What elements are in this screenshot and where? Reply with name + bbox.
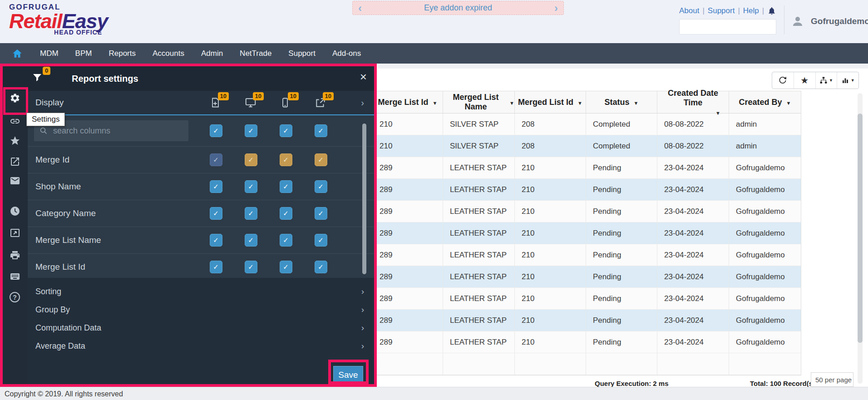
checkbox-shop-name-2[interactable]	[245, 180, 257, 193]
export-view-tab[interactable]	[10, 227, 20, 238]
nav-item-reports[interactable]: Reports	[108, 49, 136, 58]
user-menu[interactable]: Gofrugaldemo	[791, 15, 868, 28]
filter-icon[interactable]	[32, 72, 43, 83]
sort-arrow-icon[interactable]	[433, 98, 438, 107]
help-tab[interactable]	[10, 292, 20, 303]
favorites-tab[interactable]	[10, 135, 20, 146]
display-section-header[interactable]: Display 10 10 10 10	[28, 91, 374, 114]
sort-arrow-icon[interactable]	[634, 98, 639, 107]
panel-scrollbar-thumb[interactable]	[362, 123, 366, 274]
banner-prev-icon[interactable]	[358, 3, 362, 14]
checkbox-category-name-4[interactable]	[315, 207, 327, 220]
checkbox-shop-name-3[interactable]	[280, 180, 292, 193]
table-row[interactable]: 289LEATHER STAP210Pending23-04-2024Gofru…	[373, 310, 801, 331]
column-header-created-date-time[interactable]: Created Date Time	[657, 91, 729, 113]
nav-item-nettrade[interactable]: NetTrade	[240, 49, 271, 58]
nav-item-admin[interactable]: Admin	[201, 49, 223, 58]
checkbox-merge-list-id-3[interactable]	[280, 261, 292, 273]
select-all-checkbox-3[interactable]	[280, 124, 292, 137]
section-sorting[interactable]: Sorting	[28, 282, 374, 301]
display-rows: Merge IdShop NameCategory NameMerge List…	[28, 146, 374, 280]
display-collapse-icon[interactable]	[361, 91, 364, 114]
link-separator: |	[762, 6, 764, 15]
checkbox-merge-list-name-1[interactable]	[210, 234, 222, 247]
app-window: GOFRUGAL RetailEasy HEAD OFFICE Eye addo…	[0, 0, 868, 400]
checkbox-category-name-2[interactable]	[245, 207, 257, 220]
table-row[interactable]: 289LEATHER STAP210Pending23-04-2024Gofru…	[373, 222, 801, 244]
nav-item-bpm[interactable]: BPM	[75, 49, 92, 58]
checkbox-merge-id-3[interactable]	[280, 153, 292, 166]
select-all-checkbox-2[interactable]	[245, 124, 257, 137]
checkbox-shop-name-4[interactable]	[315, 180, 327, 193]
table-row[interactable]: 289LEATHER STAP210Pending23-04-2024Gofru…	[373, 266, 801, 288]
header-link-help[interactable]: Help	[743, 6, 759, 15]
link-tab[interactable]	[10, 116, 20, 127]
sort-arrow-icon[interactable]	[577, 98, 582, 107]
refresh-button[interactable]	[772, 72, 794, 89]
checkbox-merge-list-id-4[interactable]	[315, 261, 327, 273]
hierarchy-view-button[interactable]: ▼	[815, 72, 837, 89]
table-row[interactable]: 210SILVER STAP208Completed08-08-2022admi…	[373, 114, 801, 135]
checkbox-merge-id-1[interactable]	[210, 153, 222, 166]
email-tab[interactable]	[10, 175, 20, 186]
checkbox-merge-id-4[interactable]	[315, 153, 327, 166]
table-row[interactable]: 289LEATHER STAP210Pending23-04-2024Gofru…	[373, 244, 801, 266]
save-button[interactable]: Save	[333, 366, 363, 384]
banner-next-icon[interactable]	[554, 3, 558, 14]
table-cell: 208	[515, 135, 586, 157]
nav-item-mdm[interactable]: MDM	[40, 49, 59, 58]
total-records-label: Total: 100 Record(s)	[750, 380, 815, 387]
column-header-label: Created By	[739, 98, 782, 107]
chart-view-button[interactable]: ▼	[837, 72, 858, 89]
sort-arrow-icon[interactable]	[509, 98, 514, 107]
table-row[interactable]: 289LEATHER STAP210Pending23-04-2024Gofru…	[373, 201, 801, 222]
nav-item-accounts[interactable]: Accounts	[153, 49, 184, 58]
sort-arrow-icon[interactable]	[786, 98, 791, 107]
keyboard-tab[interactable]	[10, 271, 20, 282]
column-header-merge-list-id[interactable]: Merge List Id	[373, 91, 443, 113]
add-report-count-badge: 10	[218, 92, 229, 100]
table-row[interactable]: 289LEATHER STAP210Pending23-04-2024Gofru…	[373, 179, 801, 201]
select-all-checkbox-4[interactable]	[315, 124, 327, 137]
section-average-data[interactable]: Average Data	[28, 337, 374, 355]
nav-item-support[interactable]: Support	[288, 49, 316, 58]
section-computation-data[interactable]: Computation Data	[28, 319, 374, 337]
table-row[interactable]	[373, 353, 801, 375]
table-row[interactable]: 210SILVER STAP208Completed08-08-2022admi…	[373, 135, 801, 157]
checkbox-category-name-3[interactable]	[280, 207, 292, 220]
print-tab[interactable]	[10, 250, 20, 261]
column-search-row	[28, 115, 374, 146]
header-link-about[interactable]: About	[679, 6, 699, 15]
per-page-select[interactable]: 50 per page	[811, 372, 853, 387]
bell-icon[interactable]	[767, 6, 776, 15]
table-cell: 08-08-2022	[657, 135, 729, 157]
section-group-by[interactable]: Group By	[28, 301, 374, 319]
share-tab[interactable]	[10, 156, 20, 167]
nav-item-add-ons[interactable]: Add-ons	[332, 49, 361, 58]
column-search-input[interactable]	[52, 126, 188, 136]
close-icon[interactable]	[360, 71, 367, 83]
checkbox-category-name-1[interactable]	[210, 207, 222, 220]
checkbox-shop-name-1[interactable]	[210, 180, 222, 193]
checkbox-merge-list-name-2[interactable]	[245, 234, 257, 247]
table-row[interactable]: 289LEATHER STAP210Pending23-04-2024Gofru…	[373, 157, 801, 179]
checkbox-merge-id-2[interactable]	[245, 153, 257, 166]
checkbox-merge-list-id-2[interactable]	[245, 261, 257, 273]
checkbox-merge-list-name-3[interactable]	[280, 234, 292, 247]
schedule-tab[interactable]	[10, 206, 20, 217]
column-header-merged-list-id[interactable]: Merged List Id	[515, 91, 586, 113]
column-header-merged-list-name[interactable]: Merged List Name	[443, 91, 515, 113]
column-header-created-by[interactable]: Created By	[729, 91, 801, 113]
table-scrollbar-thumb[interactable]	[858, 114, 863, 343]
checkbox-merge-list-id-1[interactable]	[210, 261, 222, 273]
home-icon[interactable]	[11, 48, 23, 59]
column-header-status[interactable]: Status	[586, 91, 657, 113]
select-all-checkbox-1[interactable]	[210, 124, 222, 137]
table-row[interactable]: 289LEATHER STAP210Pending23-04-2024Gofru…	[373, 331, 801, 353]
annotation-box-settings	[3, 87, 28, 115]
header-search-input[interactable]	[680, 23, 781, 31]
header-link-support[interactable]: Support	[708, 6, 735, 15]
table-row[interactable]: 289LEATHER STAP210Pending23-04-2024Gofru…	[373, 288, 801, 310]
checkbox-merge-list-name-4[interactable]	[315, 234, 327, 247]
favorite-button[interactable]: ★	[794, 72, 815, 89]
